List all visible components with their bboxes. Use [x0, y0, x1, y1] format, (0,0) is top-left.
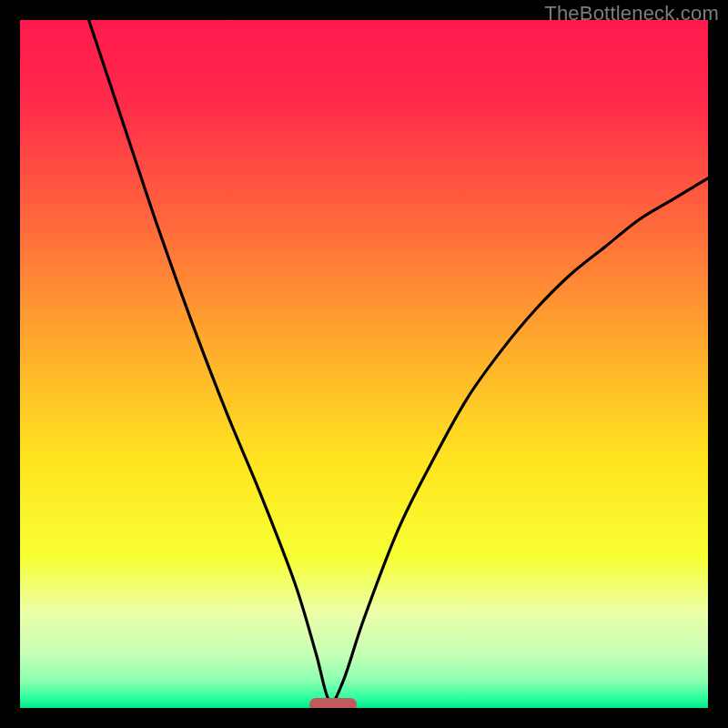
chart-frame: TheBottleneck.com — [0, 0, 728, 728]
bottleneck-curve — [20, 20, 708, 708]
optimal-marker — [309, 698, 357, 708]
watermark-text: TheBottleneck.com — [544, 2, 719, 25]
plot-area — [20, 20, 708, 708]
